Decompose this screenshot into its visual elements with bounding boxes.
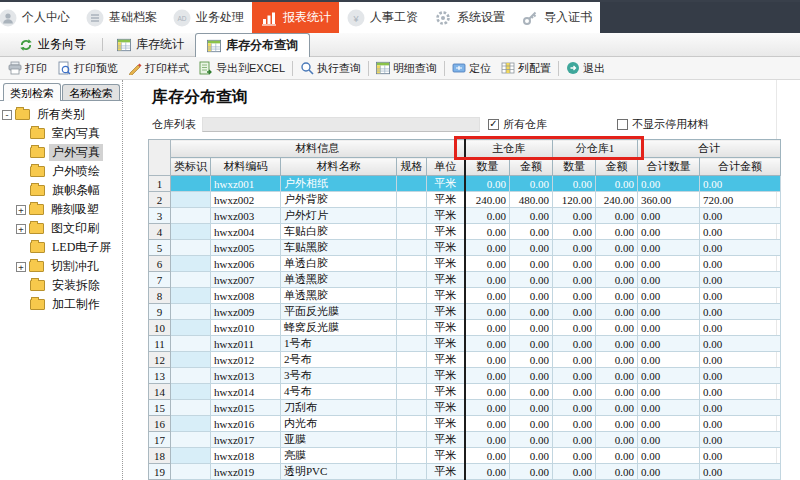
cell-main-amount[interactable]: 0.00 — [510, 208, 553, 224]
cell-total-amount[interactable]: 0.00 — [700, 416, 781, 432]
column-header-2[interactable]: 材料名称 — [281, 158, 397, 176]
cell-sub-qty[interactable]: 0.00 — [553, 320, 596, 336]
table-row[interactable]: 16hwxz016内光布平米0.000.000.000.000.000.00 — [149, 416, 781, 432]
cell-spec[interactable] — [397, 336, 427, 352]
cell-total-amount[interactable]: 0.00 — [700, 400, 781, 416]
cell-spec[interactable] — [397, 432, 427, 448]
cell-main-amount[interactable]: 0.00 — [510, 368, 553, 384]
cell-main-qty[interactable]: 0.00 — [465, 400, 510, 416]
tree-item[interactable]: 户外写真 — [2, 143, 122, 162]
cell-spec[interactable] — [397, 352, 427, 368]
table-row[interactable]: 7hwxz007单透黑胶平米0.000.000.000.000.000.00 — [149, 272, 781, 288]
cell-sub-qty[interactable]: 0.00 — [553, 288, 596, 304]
cell-material-code[interactable]: hwxz014 — [211, 384, 281, 400]
all-warehouses-checkbox[interactable]: ✓ — [488, 119, 499, 130]
group-header-0[interactable]: 材料信息 — [171, 140, 465, 158]
cell-spec[interactable] — [397, 400, 427, 416]
table-row[interactable]: 9hwxz009平面反光膜平米0.000.000.000.000.000.00 — [149, 304, 781, 320]
cell-unit[interactable]: 平米 — [427, 448, 465, 464]
cell-main-qty[interactable]: 0.00 — [465, 352, 510, 368]
cell-unit[interactable]: 平米 — [427, 368, 465, 384]
cell-sub-amount[interactable]: 0.00 — [596, 352, 638, 368]
cell-sub-amount[interactable]: 0.00 — [596, 464, 638, 480]
cell-material-code[interactable]: hwxz010 — [211, 320, 281, 336]
cell-total-amount[interactable]: 0.00 — [700, 176, 781, 192]
cell-unit[interactable]: 平米 — [427, 240, 465, 256]
cell-material-code[interactable]: hwxz004 — [211, 224, 281, 240]
tree-item[interactable]: +切割冲孔 — [2, 257, 122, 276]
cell-material-code[interactable]: hwxz005 — [211, 240, 281, 256]
table-row[interactable]: 6hwxz006单透白胶平米0.000.000.000.000.000.00 — [149, 256, 781, 272]
table-row[interactable]: 4hwxz004车贴白胶平米0.000.000.000.000.000.00 — [149, 224, 781, 240]
cell-material-code[interactable]: hwxz019 — [211, 464, 281, 480]
cell-total-qty[interactable]: 0.00 — [638, 256, 700, 272]
menu-item-business-process[interactable]: AD 业务处理 — [165, 2, 252, 33]
cell-flag[interactable] — [171, 416, 211, 432]
cell-total-amount[interactable]: 0.00 — [700, 464, 781, 480]
cell-total-amount[interactable]: 0.00 — [700, 352, 781, 368]
cell-unit[interactable]: 平米 — [427, 224, 465, 240]
cell-main-amount[interactable]: 0.00 — [510, 320, 553, 336]
cell-material-name[interactable]: 亮膜 — [281, 448, 397, 464]
cell-spec[interactable] — [397, 240, 427, 256]
cell-main-qty[interactable]: 0.00 — [465, 256, 510, 272]
group-header-2[interactable]: 分仓库1 — [553, 140, 638, 158]
cell-main-qty[interactable]: 0.00 — [465, 272, 510, 288]
cell-unit[interactable]: 平米 — [427, 432, 465, 448]
tree-item[interactable]: 加工制作 — [2, 295, 122, 314]
print-style-button[interactable]: 打印样式 — [123, 57, 194, 79]
cell-total-qty[interactable]: 0.00 — [638, 400, 700, 416]
cell-total-amount[interactable]: 0.00 — [700, 208, 781, 224]
tree-item[interactable]: +雕刻吸塑 — [2, 200, 122, 219]
cell-sub-amount[interactable]: 0.00 — [596, 416, 638, 432]
cell-sub-amount[interactable]: 0.00 — [596, 272, 638, 288]
column-header-8[interactable]: 金额 — [596, 158, 638, 176]
cell-main-qty[interactable]: 0.00 — [465, 384, 510, 400]
cell-sub-amount[interactable]: 0.00 — [596, 304, 638, 320]
cell-spec[interactable] — [397, 416, 427, 432]
table-row[interactable]: 2hwxz002户外背胶平米240.00480.00120.00240.0036… — [149, 192, 781, 208]
cell-main-qty[interactable]: 0.00 — [465, 304, 510, 320]
cell-sub-qty[interactable]: 0.00 — [553, 368, 596, 384]
cell-spec[interactable] — [397, 272, 427, 288]
column-header-7[interactable]: 数量 — [553, 158, 596, 176]
cell-sub-amount[interactable]: 0.00 — [596, 432, 638, 448]
cell-total-qty[interactable]: 0.00 — [638, 448, 700, 464]
cell-material-code[interactable]: hwxz018 — [211, 448, 281, 464]
expand-plus-icon[interactable]: + — [16, 262, 26, 272]
table-row[interactable]: 19hwxz019透明PVC平米0.000.000.000.000.000.00 — [149, 464, 781, 480]
cell-spec[interactable] — [397, 448, 427, 464]
column-header-10[interactable]: 合计金额 — [700, 158, 781, 176]
business-wizard-button[interactable]: 业务向导 — [6, 33, 99, 56]
cell-flag[interactable] — [171, 352, 211, 368]
cell-flag[interactable] — [171, 368, 211, 384]
cell-unit[interactable]: 平米 — [427, 272, 465, 288]
menu-item-system-settings[interactable]: 系统设置 — [426, 2, 513, 33]
menu-item-base-archives[interactable]: 基础档案 — [78, 2, 165, 33]
column-config-button[interactable]: 列配置 — [496, 57, 556, 79]
cell-spec[interactable] — [397, 208, 427, 224]
all-warehouses-option[interactable]: ✓ 所有仓库 — [488, 117, 547, 132]
cell-sub-qty[interactable]: 0.00 — [553, 224, 596, 240]
cell-sub-amount[interactable]: 0.00 — [596, 384, 638, 400]
cell-total-qty[interactable]: 0.00 — [638, 416, 700, 432]
cell-total-qty[interactable]: 0.00 — [638, 336, 700, 352]
column-header-6[interactable]: 金额 — [510, 158, 553, 176]
cell-main-amount[interactable]: 0.00 — [510, 448, 553, 464]
cell-total-amount[interactable]: 720.00 — [700, 192, 781, 208]
cell-sub-amount[interactable]: 240.00 — [596, 192, 638, 208]
cell-spec[interactable] — [397, 256, 427, 272]
cell-sub-amount[interactable]: 0.00 — [596, 288, 638, 304]
menu-item-hr-payroll[interactable]: ¥ 人事工资 — [339, 2, 426, 33]
cell-material-code[interactable]: hwxz013 — [211, 368, 281, 384]
cell-total-amount[interactable]: 0.00 — [700, 448, 781, 464]
cell-material-name[interactable]: 1号布 — [281, 336, 397, 352]
table-row[interactable]: 3hwxz003户外灯片平米0.000.000.000.000.000.00 — [149, 208, 781, 224]
cell-material-name[interactable]: 户外背胶 — [281, 192, 397, 208]
cell-spec[interactable] — [397, 304, 427, 320]
cell-main-qty[interactable]: 0.00 — [465, 176, 510, 192]
table-row[interactable]: 10hwxz010蜂窝反光膜平米0.000.000.000.000.000.00 — [149, 320, 781, 336]
cell-material-name[interactable]: 内光布 — [281, 416, 397, 432]
cell-unit[interactable]: 平米 — [427, 416, 465, 432]
cell-flag[interactable] — [171, 192, 211, 208]
